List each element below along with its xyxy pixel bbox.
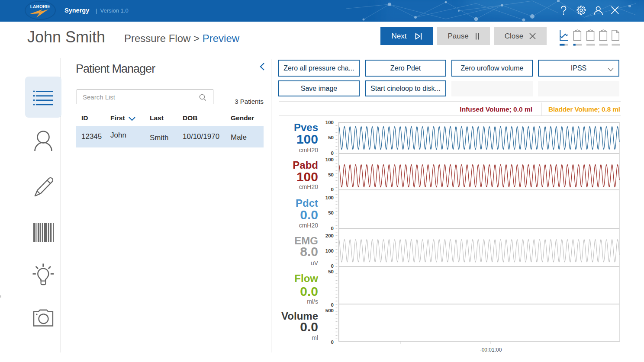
svg-text:Pabd: Pabd bbox=[293, 159, 318, 171]
svg-text:0: 0 bbox=[331, 151, 334, 156]
svg-text:100: 100 bbox=[325, 195, 334, 200]
svg-text:0: 0 bbox=[331, 263, 334, 269]
svg-text:50: 50 bbox=[328, 210, 334, 215]
svg-text:50: 50 bbox=[328, 172, 334, 177]
svg-text:0: 0 bbox=[331, 340, 334, 345]
svg-text:-00:01:00: -00:01:00 bbox=[480, 347, 502, 353]
svg-text:0: 0 bbox=[331, 302, 334, 308]
svg-text:Pves: Pves bbox=[294, 122, 318, 133]
svg-text:cmH20: cmH20 bbox=[299, 222, 319, 229]
svg-text:ml/s: ml/s bbox=[307, 298, 318, 305]
svg-text:200: 200 bbox=[325, 233, 334, 238]
svg-text:100: 100 bbox=[296, 170, 318, 184]
svg-text:0.0: 0.0 bbox=[300, 208, 318, 222]
svg-text:cmH20: cmH20 bbox=[299, 183, 319, 190]
svg-text:ml: ml bbox=[312, 334, 318, 341]
svg-text:100: 100 bbox=[325, 120, 334, 125]
svg-text:8.0: 8.0 bbox=[300, 244, 318, 259]
svg-text:LABORIE: LABORIE bbox=[30, 4, 51, 9]
svg-text:cmH20: cmH20 bbox=[299, 147, 319, 154]
svg-text:500: 500 bbox=[325, 308, 334, 313]
svg-text:50: 50 bbox=[328, 269, 334, 274]
svg-text:50: 50 bbox=[328, 135, 334, 140]
svg-text:0.0: 0.0 bbox=[300, 284, 318, 298]
svg-text:100: 100 bbox=[296, 132, 318, 146]
svg-text:0.0: 0.0 bbox=[300, 320, 318, 334]
svg-text:Flow: Flow bbox=[294, 272, 318, 284]
svg-text:Pdct: Pdct bbox=[296, 197, 318, 209]
svg-text:0: 0 bbox=[331, 226, 334, 231]
svg-text:100: 100 bbox=[325, 157, 334, 162]
svg-text:100: 100 bbox=[325, 248, 334, 253]
svg-text:0: 0 bbox=[331, 187, 334, 192]
svg-text:uV: uV bbox=[311, 259, 319, 266]
